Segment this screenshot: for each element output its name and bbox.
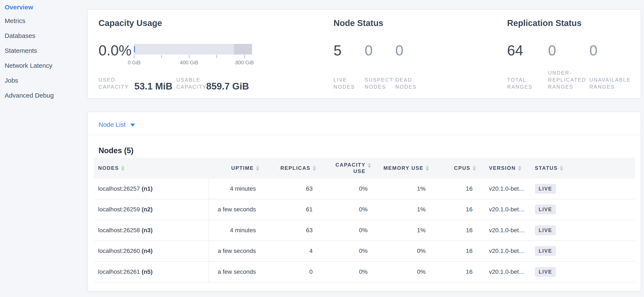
memory-cell: 0% (372, 262, 430, 282)
column-header-status[interactable]: STATUS (530, 165, 635, 171)
replicas-cell: 0 (260, 262, 317, 282)
total-ranges-value: 64 (507, 42, 523, 58)
node-list-dropdown[interactable]: Node List (98, 121, 135, 128)
column-header-uptime[interactable]: UPTIME (209, 165, 260, 171)
usable-capacity-value: 859.7 GiB (206, 81, 249, 92)
capacity-cell: 0% (317, 262, 372, 282)
capacity-cell: 0% (317, 241, 372, 262)
cpus-cell: 16 (430, 241, 477, 262)
sort-icon (312, 166, 316, 171)
cluster-summary-card: Capacity Usage 0.0% 0 GiB 400 GiB 800 Gi… (88, 9, 641, 98)
axis-tick-0gib (134, 55, 134, 58)
memory-cell: 0% (372, 241, 430, 262)
cpus-cell: 16 (430, 199, 477, 220)
version-cell: v20.1.0-bet… (477, 199, 530, 220)
node-status-title: Node Status (334, 18, 383, 28)
sort-icon (256, 166, 259, 171)
axis-tick-600gib (216, 55, 217, 58)
sidebar-item-databases[interactable]: Databases (5, 32, 35, 40)
memory-cell: 1% (372, 199, 430, 220)
node-address-cell: localhost:26260(n4) (94, 241, 209, 262)
memory-cell: 1% (372, 179, 430, 199)
axis-label-800gib: 800 GiB (228, 60, 262, 66)
table-row-n3[interactable]: localhost:26258(n3) 4 minutes 63 0% 1% 1… (94, 220, 635, 241)
replicas-cell: 4 (260, 241, 317, 262)
version-cell: v20.1.0-bet… (477, 220, 530, 241)
status-badge: LIVE (535, 225, 556, 235)
node-list-card: Node List Nodes (5) NODES UPTIME REPLICA… (88, 112, 641, 292)
used-capacity-value: 53.1 MiB (134, 81, 172, 92)
cluster-overview-page: Overview Metrics Databases Statements Ne… (0, 0, 644, 297)
capacity-cell: 0% (317, 179, 372, 199)
column-header-replicas[interactable]: REPLICAS (260, 165, 317, 171)
nodes-table: NODES UPTIME REPLICAS CAPACITY USE MEMOR… (94, 158, 635, 283)
version-cell: v20.1.0-bet… (477, 262, 530, 282)
capacity-used-marker (134, 46, 135, 52)
node-list-dropdown-label: Node List (98, 121, 126, 128)
axis-label-400gib: 400 GiB (172, 60, 206, 66)
replicas-cell: 61 (260, 199, 317, 220)
suspect-nodes-label: SUSPECT NODES (365, 76, 394, 90)
column-header-nodes[interactable]: NODES (94, 165, 209, 171)
uptime-cell: 4 minutes (209, 220, 260, 241)
status-cell: LIVE (530, 179, 635, 199)
cpus-cell: 16 (430, 220, 477, 241)
axis-tick-200gib (162, 55, 162, 58)
cpus-cell: 16 (430, 179, 477, 199)
status-cell: LIVE (530, 262, 635, 282)
version-cell: v20.1.0-bet… (477, 241, 530, 262)
sidebar-item-advanced-debug[interactable]: Advanced Debug (5, 92, 54, 99)
unavailable-ranges-label: UNAVAILABLE RANGES (590, 76, 643, 90)
dead-nodes-label: DEAD NODES (395, 76, 423, 90)
table-row-n2[interactable]: localhost:26259(n2) a few seconds 61 0% … (94, 199, 635, 220)
column-header-version[interactable]: VERSION (477, 165, 530, 171)
column-header-capacity-use[interactable]: CAPACITY USE (317, 162, 372, 175)
sort-icon (426, 166, 429, 171)
uptime-cell: 4 minutes (209, 179, 260, 199)
axis-tick-400gib (189, 55, 189, 58)
sort-icon (472, 166, 476, 171)
capacity-cell: 0% (317, 220, 372, 241)
capacity-cell: 0% (317, 199, 372, 220)
total-ranges-label: TOTAL RANGES (507, 76, 539, 90)
status-cell: LIVE (530, 220, 635, 241)
node-address-cell: localhost:26258(n3) (94, 220, 209, 241)
uptime-cell: a few seconds (209, 241, 260, 262)
column-header-cpus[interactable]: CPUS (430, 165, 477, 171)
sidebar-item-network-latency[interactable]: Network Latency (5, 62, 52, 69)
sidebar-item-statements[interactable]: Statements (5, 47, 37, 54)
used-capacity-label: USED CAPACITY (98, 76, 133, 90)
axis-tick-800gib (244, 55, 245, 58)
table-row-n4[interactable]: localhost:26260(n4) a few seconds 4 0% 0… (94, 241, 635, 262)
live-nodes-label: LIVE NODES (334, 76, 361, 90)
status-badge: LIVE (535, 184, 556, 194)
capacity-usage-bar-chart (134, 44, 252, 54)
replicas-cell: 63 (260, 179, 317, 199)
capacity-percent: 0.0% (98, 42, 132, 58)
version-cell: v20.1.0-bet… (477, 179, 530, 199)
node-address-cell: localhost:26257(n1) (94, 179, 209, 199)
table-row-n5[interactable]: localhost:26261(n5) a few seconds 0 0% 0… (94, 262, 635, 283)
status-badge: LIVE (535, 205, 556, 214)
nodes-table-header: NODES UPTIME REPLICAS CAPACITY USE MEMOR… (94, 158, 635, 179)
sort-icon (368, 163, 371, 168)
under-replicated-ranges-value: 0 (548, 42, 556, 58)
node-address-cell: localhost:26261(n5) (94, 262, 209, 282)
sort-icon (518, 166, 522, 171)
node-address-cell: localhost:26259(n2) (94, 199, 209, 220)
table-row-n1[interactable]: localhost:26257(n1) 4 minutes 63 0% 1% 1… (94, 179, 635, 199)
suspect-nodes-value: 0 (365, 42, 373, 58)
sidebar-item-jobs[interactable]: Jobs (5, 77, 18, 84)
sidebar-item-overview[interactable]: Overview (5, 3, 33, 11)
sidebar-item-metrics[interactable]: Metrics (5, 17, 26, 25)
sort-icon (121, 166, 124, 171)
sidebar: Overview Metrics Databases Statements Ne… (0, 0, 84, 297)
column-header-memory-use[interactable]: MEMORY USE (372, 165, 430, 171)
live-nodes-value: 5 (334, 42, 342, 58)
dead-nodes-value: 0 (395, 42, 404, 58)
memory-cell: 1% (372, 220, 430, 241)
capacity-usage-title: Capacity Usage (98, 18, 162, 28)
status-badge: LIVE (535, 246, 556, 256)
capacity-other-programs-segment (234, 44, 252, 54)
replicas-cell: 63 (260, 220, 317, 241)
